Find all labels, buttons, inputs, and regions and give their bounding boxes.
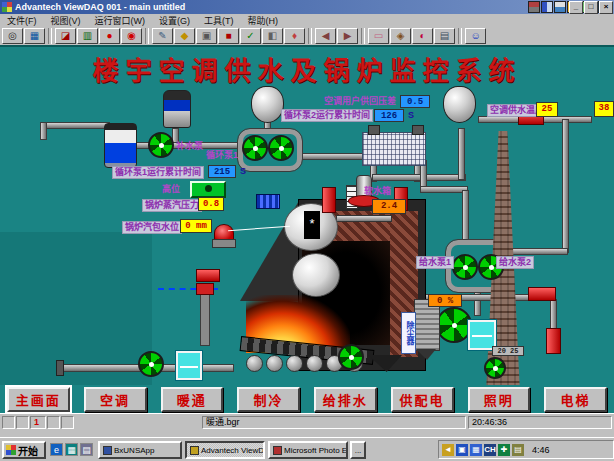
coal-chute	[200, 292, 210, 346]
start-button[interactable]: 开始	[2, 441, 46, 459]
menu-bar: 文件(F) 视图(V) 运行窗口(W) 设置(G) 工具(T) 帮助(H)	[0, 14, 614, 28]
display-icon[interactable]: ▦	[24, 28, 45, 44]
outlook-quicklaunch-icon[interactable]: ▤	[80, 443, 93, 456]
menu-help[interactable]: 帮助(H)	[241, 14, 286, 27]
menu-settings[interactable]: 设置(G)	[152, 14, 197, 27]
key-icon[interactable]: ◆	[174, 28, 195, 44]
expansion-tank-left	[251, 86, 284, 123]
mimic-diagram: 楼宇空调供水及锅炉监控系统	[0, 45, 614, 413]
pressure-diff-value: 0.5	[400, 95, 430, 108]
zoom-icon[interactable]: ◎	[2, 28, 23, 44]
input-method-icon[interactable]: CH	[484, 444, 496, 456]
band-icon-1[interactable]	[528, 1, 540, 13]
menu-view[interactable]: 视图(V)	[44, 14, 88, 27]
band-icon-2[interactable]	[541, 1, 553, 13]
pipe	[40, 122, 47, 140]
menu-tools[interactable]: 工具(T)	[197, 14, 241, 27]
app-icon	[2, 2, 12, 12]
confirm-icon[interactable]: ✓	[240, 28, 261, 44]
task-bxunsapp[interactable]: BxUNSApp	[98, 441, 182, 459]
pressure-tank	[163, 90, 191, 128]
dust-collector-label: 除尘器	[401, 312, 416, 354]
task-photo-editor[interactable]: Microsoft Photo Editor	[268, 441, 348, 459]
menu-run-window[interactable]: 运行窗口(W)	[88, 14, 153, 27]
makeup-pump-fan	[148, 132, 174, 158]
nav-water-drainage[interactable]: 给排水	[314, 387, 377, 412]
status-cell	[16, 416, 29, 429]
pressure-diff-label: 空调用户供回压差	[324, 96, 396, 107]
user-icon[interactable]: ☺	[465, 28, 486, 44]
network-tray-icon[interactable]: ▤	[512, 444, 524, 456]
eraser-icon[interactable]: ▭	[368, 28, 389, 44]
auxiliary-fan	[484, 357, 506, 379]
camera-icon[interactable]: ▣	[196, 28, 217, 44]
alarm-icon[interactable]: ●	[99, 28, 120, 44]
switch-icon[interactable]: ■	[218, 28, 239, 44]
pen-icon[interactable]: ✎	[152, 28, 173, 44]
feed-pump1-label: 给水泵1	[416, 256, 454, 269]
windows-logo-icon	[6, 445, 16, 455]
red-valve	[528, 287, 556, 301]
nav-elevator[interactable]: 电梯	[544, 387, 607, 412]
nav-main-screen[interactable]: 主画面	[7, 387, 70, 412]
grate-values: 20 25	[492, 346, 524, 356]
pipe	[458, 128, 465, 180]
application-window: Advantech ViewDAQ 001 - main untitled _ …	[0, 0, 614, 461]
pipe	[44, 122, 110, 129]
steam-drum-lower	[292, 253, 340, 297]
scheduler-tray-icon[interactable]: ▦	[470, 444, 482, 456]
drum-level-label: 锅炉汽包水位	[122, 221, 182, 234]
pump1-runtime-unit: S	[240, 166, 246, 176]
blower-fan	[138, 351, 164, 377]
band-icon-3[interactable]	[554, 1, 566, 13]
pipe	[372, 174, 466, 181]
desktop-quicklaunch-icon[interactable]: ▦	[65, 443, 78, 456]
ie-quicklaunch-icon[interactable]: e	[50, 443, 63, 456]
marker-icon[interactable]: ♦	[284, 28, 305, 44]
pipe-flange	[56, 360, 64, 376]
title-bar[interactable]: Advantech ViewDAQ 001 - main untitled	[0, 0, 614, 14]
steam-pressure-label: 锅炉蒸汽压力	[142, 199, 202, 212]
tray-clock[interactable]: 4:46	[532, 445, 550, 455]
boiler: *	[240, 197, 424, 377]
monitor-tray-icon[interactable]: ▣	[456, 444, 468, 456]
safety-valve	[322, 187, 336, 213]
minimize-button[interactable]: _	[569, 1, 583, 14]
high-level-label: 高位	[162, 184, 180, 195]
chart-icon[interactable]: ▥	[77, 28, 98, 44]
close-button[interactable]: ×	[599, 1, 613, 14]
hx-nozzle	[412, 125, 424, 135]
pipe	[562, 119, 569, 253]
tag-icon[interactable]: ◧	[262, 28, 283, 44]
alarm-log-icon[interactable]: ◉	[121, 28, 142, 44]
high-level-indicator	[190, 181, 226, 198]
heat-exchanger	[362, 132, 426, 166]
pipe	[420, 186, 468, 193]
task-overflow-button[interactable]: ...	[350, 441, 366, 459]
pipe	[300, 153, 370, 160]
watchdog-icon[interactable]: ◈	[390, 28, 411, 44]
drum-indicator-panel: *	[304, 211, 320, 239]
pump2-runtime-value: 126	[374, 109, 404, 122]
media-icon[interactable]: ▤	[434, 28, 455, 44]
feed-pump2-label: 给水泵2	[496, 256, 534, 269]
drum-level-value: 0 mm	[180, 219, 212, 233]
menu-file[interactable]: 文件(F)	[0, 14, 44, 27]
nav-lighting[interactable]: 照明	[468, 387, 531, 412]
back-icon[interactable]: ◀	[315, 28, 336, 44]
navigation-bar: 主画面 空调 暖通 制冷 给排水 供配电 照明 电梯	[0, 385, 614, 413]
trend-icon[interactable]: ◪	[55, 28, 76, 44]
paint-icon[interactable]: ◐	[412, 28, 433, 44]
nav-air-conditioning[interactable]: 空调	[84, 387, 147, 412]
forward-icon[interactable]: ▶	[337, 28, 358, 44]
makeup-water-tank	[104, 123, 137, 168]
soft-tank-value: 2.4	[372, 199, 406, 214]
pipe	[550, 299, 557, 331]
nav-power-supply[interactable]: 供配电	[391, 387, 454, 412]
maximize-button[interactable]: □	[584, 1, 598, 14]
nav-refrigeration[interactable]: 制冷	[237, 387, 300, 412]
task-viewdaq[interactable]: Advantech ViewDAQ 001	[185, 441, 265, 459]
nav-hvac[interactable]: 暖通	[161, 387, 224, 412]
volume-icon[interactable]: ◄	[442, 444, 454, 456]
antivirus-tray-icon[interactable]: ✚	[498, 444, 510, 456]
